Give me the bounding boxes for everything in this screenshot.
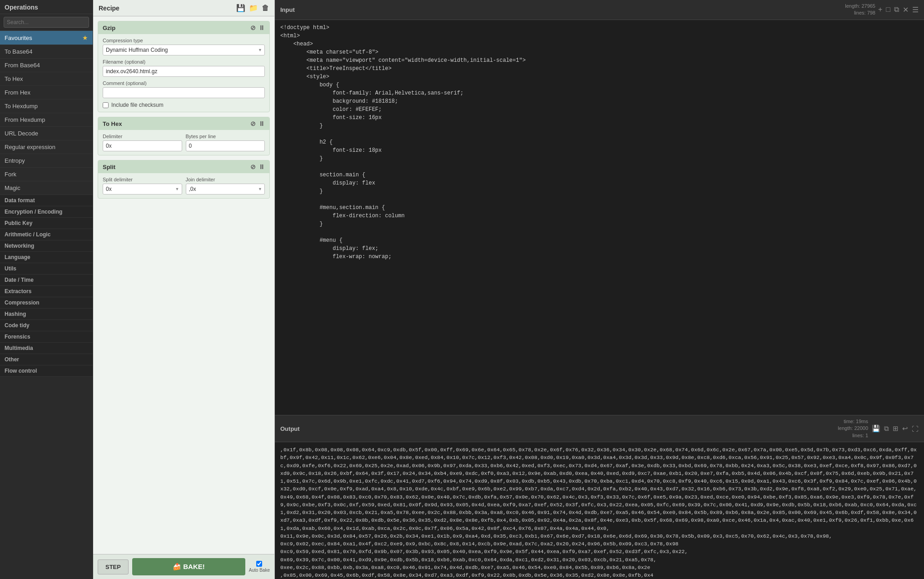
sidebar-category-compression[interactable]: Compression — [0, 297, 93, 309]
output-lines-stat: lines: 1 — [852, 432, 868, 439]
menu-input-icon[interactable]: ☰ — [912, 5, 919, 14]
sidebar-item-from-base64[interactable]: From Base64 — [0, 59, 93, 72]
sidebar-item-label: Public Key — [5, 220, 32, 226]
delimiter-label: Delimiter — [103, 134, 182, 139]
bytes-per-line-input[interactable] — [186, 140, 265, 151]
sidebar-category-multimedia[interactable]: Multimedia — [0, 343, 93, 354]
auto-bake-checkbox[interactable] — [256, 561, 262, 567]
sidebar-item-label: From Hexdump — [5, 116, 45, 123]
join-delimiter-wrapper: ,0x — [186, 184, 265, 195]
search-input[interactable] — [4, 17, 89, 28]
sidebar-item-magic[interactable]: Magic — [0, 181, 93, 195]
sidebar-item-label: URL Decode — [5, 130, 38, 137]
input-header: Input length: 27965 lines: 798 + □ ⧉ ✕ ☰ — [275, 0, 924, 20]
join-delimiter-select[interactable]: ,0x — [186, 184, 265, 195]
delimiter-field: Delimiter — [103, 134, 182, 151]
sidebar-item-label: Extractors — [5, 288, 31, 294]
new-input-icon[interactable]: + — [878, 5, 882, 14]
sidebar-item-from-hex[interactable]: From Hex — [0, 86, 93, 100]
split-output-icon[interactable]: ⊞ — [893, 424, 899, 433]
sidebar-category-arithmetic[interactable]: Arithmetic / Logic — [0, 229, 93, 240]
sidebar-item-label: Regular expression — [5, 144, 55, 150]
sidebar-category-code-tidy[interactable]: Code tidy — [0, 320, 93, 331]
sidebar-item-regex[interactable]: Regular expression — [0, 140, 93, 154]
sidebar-item-fork[interactable]: Fork — [0, 168, 93, 181]
sidebar-item-label: Fork — [5, 171, 16, 178]
op-card-split-icons: ⊘ ⏸ — [250, 163, 265, 170]
auto-bake-wrapper: Auto Bake — [249, 561, 270, 573]
sidebar-item-favourites[interactable]: Favourites ★ — [0, 31, 93, 45]
fullscreen-output-icon[interactable]: ⛶ — [912, 425, 919, 433]
sidebar-category-utils[interactable]: Utils — [0, 263, 93, 275]
op-card-to-hex-header: To Hex ⊘ ⏸ — [98, 117, 269, 130]
sidebar-category-hashing[interactable]: Hashing — [0, 309, 93, 320]
sidebar-category-flow-control[interactable]: Flow control — [0, 365, 93, 377]
trash-icon[interactable]: 🗑 — [262, 4, 269, 12]
join-delimiter-label: Join delimiter — [186, 177, 265, 182]
output-icons: 💾 ⧉ ⊞ ↩ ⛶ — [872, 424, 919, 433]
save-output-icon[interactable]: 💾 — [872, 424, 880, 433]
sidebar: Operations Favourites ★ To Base64 From B… — [0, 0, 93, 579]
sidebar-category-date-time[interactable]: Date / Time — [0, 275, 93, 286]
comment-input[interactable] — [103, 87, 265, 98]
pause-icon[interactable]: ⏸ — [258, 120, 265, 127]
checksum-label: Include file checksum — [111, 102, 164, 108]
close-input-icon[interactable]: ✕ — [903, 5, 909, 14]
sidebar-item-label: To Hexdump — [5, 103, 38, 110]
save-icon[interactable]: 💾 — [236, 4, 245, 12]
split-input-icon[interactable]: ⧉ — [894, 5, 899, 14]
input-stats: length: 27965 lines: 798 — [845, 3, 875, 17]
compression-type-label: Compression type — [103, 38, 265, 43]
disable-icon[interactable]: ⊘ — [250, 24, 256, 31]
filename-input[interactable] — [103, 66, 265, 77]
sidebar-category-networking[interactable]: Networking — [0, 240, 93, 252]
disable-icon[interactable]: ⊘ — [250, 163, 256, 170]
sidebar-favourites-label: Favourites — [5, 35, 32, 41]
split-delimiter-field: Split delimiter 0x — [103, 177, 182, 195]
undo-output-icon[interactable]: ↩ — [902, 424, 908, 433]
input-content[interactable]: <!doctype html> <html> <head> <meta char… — [275, 20, 924, 415]
split-fields-row: Split delimiter 0x Join delimiter ,0x — [103, 177, 265, 195]
join-delimiter-field: Join delimiter ,0x — [186, 177, 265, 195]
sidebar-category-encryption[interactable]: Encryption / Encoding — [0, 206, 93, 218]
sidebar-category-public-key[interactable]: Public Key — [0, 218, 93, 229]
sidebar-category-forensics[interactable]: Forensics — [0, 331, 93, 343]
sidebar-item-to-hexdump[interactable]: To Hexdump — [0, 100, 93, 113]
sidebar-category-language[interactable]: Language — [0, 252, 93, 263]
sidebar-item-label: Magic — [5, 185, 20, 191]
output-content[interactable]: ,0x1f,0x8b,0x08,0x08,0x08,0x64,0xc9,0xdb… — [275, 442, 924, 579]
output-stats: time: 19ms length: 22000 lines: 1 — [838, 418, 868, 439]
sidebar-category-data-format[interactable]: Data format — [0, 195, 93, 206]
pause-icon[interactable]: ⏸ — [258, 24, 265, 31]
sidebar-item-to-base64[interactable]: To Base64 — [0, 45, 93, 59]
split-delimiter-select[interactable]: 0x — [103, 184, 182, 195]
delimiter-input[interactable] — [103, 140, 182, 151]
recipe-panel: Recipe 💾 📁 🗑 Gzip ⊘ ⏸ Compression type D… — [93, 0, 275, 579]
split-delimiter-wrapper: 0x — [103, 184, 182, 195]
sidebar-item-to-hex[interactable]: To Hex — [0, 72, 93, 86]
sidebar-category-extractors[interactable]: Extractors — [0, 286, 93, 297]
sidebar-item-entropy[interactable]: Entropy — [0, 154, 93, 168]
pause-icon[interactable]: ⏸ — [258, 163, 265, 170]
open-input-icon[interactable]: □ — [886, 5, 890, 14]
op-card-split-body: Split delimiter 0x Join delimiter ,0x — [98, 173, 269, 198]
disable-icon[interactable]: ⊘ — [250, 120, 256, 127]
sidebar-item-from-hexdump[interactable]: From Hexdump — [0, 113, 93, 127]
checksum-checkbox[interactable] — [103, 102, 109, 108]
filename-field: Filename (optional) — [103, 59, 265, 77]
sidebar-item-label: From Base64 — [5, 62, 40, 69]
sidebar-item-label: To Hex — [5, 75, 23, 82]
sidebar-item-label: Multimedia — [5, 345, 33, 351]
step-button[interactable]: STEP — [98, 559, 129, 574]
star-icon: ★ — [82, 34, 88, 41]
folder-icon[interactable]: 📁 — [249, 4, 258, 12]
copy-output-icon[interactable]: ⧉ — [884, 424, 889, 433]
sidebar-item-label: Arithmetic / Logic — [5, 231, 50, 238]
sidebar-item-label: Entropy — [5, 157, 25, 164]
bake-button[interactable]: 🍰 BAKE! — [132, 558, 245, 575]
sidebar-item-url-decode[interactable]: URL Decode — [0, 127, 93, 140]
sidebar-item-label: Hashing — [5, 311, 26, 317]
compression-type-select[interactable]: Dynamic Huffman CodingFixed Huffman Codi… — [103, 45, 265, 55]
input-section: Input length: 27965 lines: 798 + □ ⧉ ✕ ☰… — [275, 0, 924, 415]
sidebar-category-other[interactable]: Other — [0, 354, 93, 365]
